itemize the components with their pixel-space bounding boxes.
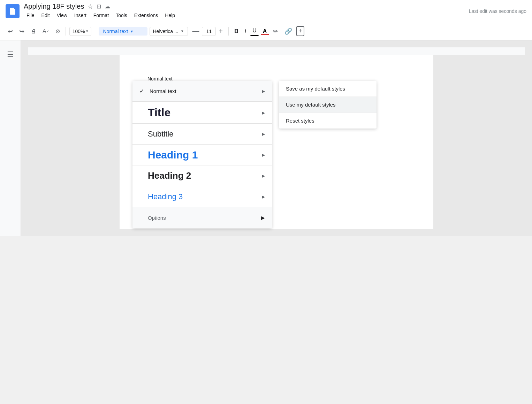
menu-bar: File Edit View Insert Format Tools Exten… (24, 11, 178, 20)
style-title-label: Title (148, 106, 170, 119)
doc-title: Applying 18F styles (24, 2, 84, 10)
font-size-plus[interactable]: + (216, 26, 225, 36)
toolbar-divider-2 (95, 27, 95, 36)
font-select[interactable]: Helvetica ... ▾ (150, 27, 188, 36)
menu-file[interactable]: File (24, 11, 37, 20)
document-area: Normal text (21, 40, 532, 236)
print-button[interactable]: 🖨 (29, 27, 38, 36)
toolbar-divider-3 (228, 27, 229, 36)
zoom-value: 100% (73, 29, 85, 34)
undo-button[interactable]: ↩ (6, 26, 15, 37)
ruler (28, 47, 525, 55)
options-reset-styles[interactable]: Reset styles (279, 113, 377, 129)
add-comment-button[interactable]: + (296, 26, 304, 36)
style-subtitle-label: Subtitle (148, 130, 173, 139)
text-color-button[interactable]: A (261, 28, 269, 35)
menu-help[interactable]: Help (162, 11, 178, 20)
options-label: Options (148, 215, 166, 221)
toolbar: ↩ ↪ 🖨 A✓ ⊘ 100% ▾ Normal text ▾ Helvetic… (0, 22, 532, 40)
sidebar: ☰ (0, 40, 21, 236)
style-menu-item-subtitle[interactable]: Subtitle ▶ (132, 124, 272, 145)
style-menu-item-h3[interactable]: Heading 3 ▶ (132, 186, 272, 207)
style-dropdown-arrow: ▾ (131, 29, 133, 34)
check-icon: ✓ (139, 88, 144, 94)
last-edit: Last edit was seconds ago (469, 8, 526, 14)
style-menu-item-options[interactable]: Options ▶ (132, 207, 272, 228)
title-bar: Applying 18F styles ☆ ⊡ ☁ File Edit View… (0, 0, 532, 22)
options-submenu: Save as my default styles Use my default… (279, 81, 377, 129)
style-normal-label: Normal text (150, 88, 176, 94)
redo-button[interactable]: ↪ (17, 26, 26, 37)
options-use-default[interactable]: Use my default styles (279, 97, 377, 113)
style-menu-item-h1[interactable]: Heading 1 ▶ (132, 145, 272, 165)
font-size-input[interactable] (202, 27, 216, 36)
style-menu-item-h2[interactable]: Heading 2 ▶ (132, 165, 272, 186)
font-size-area: — + (190, 26, 225, 36)
font-size-minus[interactable]: — (190, 26, 201, 36)
arrow-icon-h2: ▶ (262, 173, 265, 178)
arrow-icon-subtitle: ▶ (262, 132, 265, 137)
menu-edit[interactable]: Edit (39, 11, 53, 20)
app-icon (6, 4, 20, 18)
font-arrow: ▾ (181, 29, 183, 33)
title-section: Applying 18F styles ☆ ⊡ ☁ File Edit View… (24, 2, 178, 20)
arrow-icon-title: ▶ (262, 110, 265, 115)
bold-button[interactable]: B (232, 27, 241, 36)
style-h1-label: Heading 1 (148, 149, 198, 161)
arrow-icon-options: ▶ (261, 215, 265, 220)
highlight-button[interactable]: ✏ (271, 26, 280, 37)
style-menu: ✓ Normal text ▶ Title ▶ Subtitle ▶ (132, 81, 272, 228)
menu-extensions[interactable]: Extensions (131, 11, 161, 20)
italic-button[interactable]: I (243, 27, 248, 36)
move-button[interactable]: ⊡ (97, 3, 101, 10)
style-h3-label: Heading 3 (148, 192, 183, 201)
underline-button[interactable]: U (250, 26, 259, 36)
arrow-icon-h1: ▶ (262, 153, 265, 157)
spell-check-button[interactable]: A✓ (40, 27, 51, 36)
save-default-label: Save as my default styles (286, 86, 345, 92)
cloud-button[interactable]: ☁ (105, 3, 110, 10)
toolbar-divider-1 (66, 27, 66, 36)
menu-view[interactable]: View (54, 11, 70, 20)
font-name: Helvetica ... (153, 29, 178, 34)
arrow-icon-h3: ▶ (262, 194, 265, 199)
style-dropdown[interactable]: Normal text ▾ (99, 27, 147, 36)
star-button[interactable]: ☆ (88, 3, 93, 10)
use-default-label: Use my default styles (286, 102, 336, 108)
menu-tools[interactable]: Tools (113, 11, 130, 20)
menu-insert[interactable]: Insert (71, 11, 89, 20)
style-menu-overlay: ✓ Normal text ▶ Title ▶ Subtitle ▶ (132, 81, 272, 228)
reset-styles-label: Reset styles (286, 118, 314, 124)
link-button[interactable]: 🔗 (282, 26, 294, 37)
style-menu-item-title[interactable]: Title ▶ (132, 102, 272, 124)
zoom-arrow: ▾ (86, 29, 88, 33)
menu-format[interactable]: Format (91, 11, 112, 20)
main-area: ☰ Normal text ✓ Normal text ▶ Title (0, 40, 532, 236)
arrow-icon: ▶ (262, 89, 265, 94)
style-dropdown-label: Normal text (103, 29, 128, 34)
copy-format-button[interactable]: ⊘ (53, 26, 62, 36)
options-save-default[interactable]: Save as my default styles (279, 81, 377, 97)
zoom-select[interactable]: 100% ▾ (69, 27, 92, 36)
outline-icon[interactable]: ☰ (4, 47, 17, 62)
style-menu-item-normal[interactable]: ✓ Normal text ▶ (132, 81, 272, 102)
style-h2-label: Heading 2 (148, 170, 191, 181)
